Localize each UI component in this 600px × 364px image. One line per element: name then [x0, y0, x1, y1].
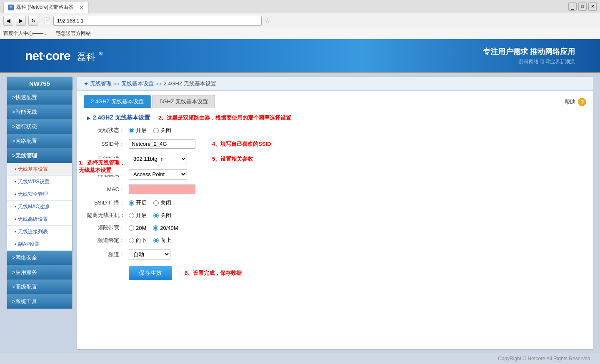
logo-area: net·core 磊科 ®: [25, 49, 102, 63]
page-content: net·core 磊科 ® 专注用户需求 推动网络应用 磊科网络 引导业界新潮流…: [0, 39, 600, 364]
bandwidth-2040-radio[interactable]: [153, 225, 158, 231]
ssid-broadcast-off-label[interactable]: 关闭: [153, 199, 171, 207]
sidebar-subitem-connections[interactable]: •无线连接列表: [7, 226, 72, 238]
sidebar-subitem-advanced[interactable]: •无线高级设置: [7, 213, 72, 226]
mac-label: MAC：: [87, 186, 129, 193]
wireless-on-radio-label[interactable]: 开启: [129, 127, 147, 134]
form-area: ▶ 2.4GHZ 无线基本设置 2、这里是双频路由器，根据要使用的那个频率选择设…: [77, 108, 593, 349]
ssid-broadcast-label: SSID 广播：: [87, 199, 129, 207]
channel-bind-down-radio[interactable]: [129, 238, 134, 243]
sidebar-item-quick-config[interactable]: >快速配置: [7, 90, 72, 105]
ssid-input[interactable]: [129, 139, 195, 149]
help-icon[interactable]: ?: [578, 98, 586, 106]
browser-titlebar: R 磊科 (Netcore)宽带路由器 ✕ _ □ ✕: [0, 0, 600, 13]
channel-bind-label: 频道绑定：: [87, 237, 129, 244]
isolate-controls: 开启 关闭: [129, 212, 171, 219]
wireless-standard-select[interactable]: 802.11btg+n: [129, 154, 187, 164]
tab-favicon: R: [8, 5, 14, 10]
annotation-3: 3、开启无线: [77, 126, 79, 133]
annotation-1: 1、选择无线管理，无线基本设置: [77, 158, 127, 175]
sidebar-item-advanced-config[interactable]: >高级配置: [7, 280, 72, 294]
sidebar-item-network-security[interactable]: >网络安全: [7, 251, 72, 265]
restore-icon[interactable]: □: [578, 2, 587, 11]
sidebar-item-network-config[interactable]: >网络配置: [7, 134, 72, 149]
bookmark-1[interactable]: 百度个人中心——...: [3, 30, 48, 37]
channel-select[interactable]: 自动: [129, 249, 170, 259]
ssid-broadcast-on-radio[interactable]: [129, 200, 134, 206]
breadcrumb-sep-1: >>: [113, 81, 120, 87]
bandwidth-20-radio[interactable]: [129, 225, 134, 231]
site-header: net·core 磊科 ® 专注用户需求 推动网络应用 磊科网络 引导业界新潮流: [0, 39, 600, 72]
sidebar-item-app-services[interactable]: >应用服务: [7, 265, 72, 280]
channel-bind-down-label[interactable]: 向下: [129, 237, 147, 244]
main-layout: NW755 >快速配置 >智能无线 >运行状态 >网络配置 >无线管理: [0, 73, 600, 353]
isolate-on-label[interactable]: 开启: [129, 212, 147, 219]
sidebar-subitem-basic-settings[interactable]: •无线基本设置: [7, 163, 72, 176]
sidebar: NW755 >快速配置 >智能无线 >运行状态 >网络配置 >无线管理: [7, 77, 72, 350]
sidebar-subitem-wps[interactable]: •无线WPS设置: [7, 176, 72, 188]
ssid-broadcast-on-label[interactable]: 开启: [129, 199, 147, 207]
sidebar-item-smart-wireless[interactable]: >智能无线: [7, 105, 72, 120]
bookmark-2[interactable]: 宅急送官方网站: [56, 30, 91, 37]
annotation-4: 4、填写自己喜欢的SSID: [212, 140, 271, 148]
sidebar-device-label: NW755: [7, 77, 72, 90]
bandwidth-20-label[interactable]: 20M: [129, 225, 146, 231]
bandwidth-label: 频段带宽：: [87, 224, 129, 232]
reload-button[interactable]: ↻: [28, 16, 38, 26]
sidebar-item-status[interactable]: >运行状态: [7, 120, 72, 134]
save-button[interactable]: 保存生效: [129, 266, 172, 280]
breadcrumb-sep-2: >>: [155, 81, 162, 87]
form-row-wireless-status: 无线状态： 开启 关闭: [87, 127, 583, 134]
window-controls: _ □ ✕: [568, 2, 597, 11]
channel-bind-up-radio[interactable]: [153, 238, 159, 243]
browser-toolbar: ◀ ▶ ↻ 📄 ☆: [0, 13, 600, 28]
wireless-status-controls: 开启 关闭: [129, 127, 171, 134]
logo-chinese: 磊科: [77, 52, 95, 62]
sidebar-subitem-mac-filter[interactable]: •无线MAC过滤: [7, 201, 72, 213]
header-slogan: 专注用户需求 推动网络应用: [483, 47, 575, 57]
bookmarks-bar: 百度个人中心——... 宅急送官方网站: [0, 28, 600, 39]
section-arrow-icon: ▶: [87, 116, 90, 120]
isolate-off-radio[interactable]: [153, 213, 159, 218]
sidebar-item-wireless-mgmt[interactable]: >无线管理: [7, 149, 72, 163]
logo-text: net·core: [25, 49, 70, 62]
tab-2.4ghz[interactable]: 2.4GHZ 无线基本设置: [84, 95, 151, 108]
tabs-row: 2.4GHZ 无线基本设置 5GHZ 无线基本设置 帮助 ?: [77, 91, 593, 108]
wireless-on-radio[interactable]: [129, 128, 134, 133]
network-mode-select[interactable]: Access Point: [129, 169, 187, 180]
tab-close-icon[interactable]: ✕: [79, 4, 84, 11]
tab-5ghz[interactable]: 5GHZ 无线基本设置: [152, 95, 215, 108]
breadcrumb-item-3: 2.4GHZ 无线基本设置: [163, 80, 216, 87]
forward-button[interactable]: ▶: [16, 16, 26, 26]
annotation-5: 5、设置相关参数: [212, 155, 253, 163]
sidebar-subitem-security[interactable]: •无线安全管理: [7, 188, 72, 201]
sidebar-menu: >快速配置 >智能无线 >运行状态 >网络配置 >无线管理 •无线基本设置: [7, 90, 72, 309]
annotation-6: 6、设置完成，保存数据: [185, 269, 242, 277]
bandwidth-2040-label[interactable]: 20/40M: [153, 225, 178, 231]
breadcrumb-item-1: 无线管理: [90, 80, 112, 87]
channel-bind-up-label[interactable]: 向上: [153, 237, 171, 244]
back-button[interactable]: ◀: [3, 16, 13, 26]
minimize-icon[interactable]: _: [568, 2, 577, 11]
address-bar[interactable]: [53, 16, 262, 26]
mac-input[interactable]: [129, 184, 195, 194]
bookmark-star-icon[interactable]: ☆: [264, 16, 271, 25]
isolate-label: 隔离无线主机：: [87, 212, 129, 219]
browser-tab[interactable]: R 磊科 (Netcore)宽带路由器 ✕: [3, 2, 89, 13]
ssid-broadcast-off-radio[interactable]: [153, 200, 159, 206]
isolate-off-label[interactable]: 关闭: [153, 212, 171, 219]
ssid-broadcast-controls: 开启 关闭: [129, 199, 171, 207]
sidebar-item-system-tools[interactable]: >系统工具: [7, 294, 72, 309]
tab-title: 磊科 (Netcore)宽带路由器: [16, 4, 73, 11]
wireless-off-radio-label[interactable]: 关闭: [153, 127, 171, 134]
channel-bind-controls: 向下 向上: [129, 237, 171, 244]
sidebar-subitem-ap[interactable]: •副AP设置: [7, 238, 72, 251]
annotation-2: 2、这里是双频路由器，根据要使用的那个频率选择设置: [158, 114, 291, 122]
wireless-status-label: 无线状态：: [87, 127, 129, 134]
ssid-label: SSID号：: [87, 140, 129, 148]
logo-trademark: ®: [99, 51, 102, 57]
isolate-on-radio[interactable]: [129, 213, 134, 218]
close-icon[interactable]: ✕: [588, 2, 597, 11]
wireless-off-radio[interactable]: [153, 128, 159, 133]
logo: net·core 磊科 ®: [25, 49, 102, 63]
